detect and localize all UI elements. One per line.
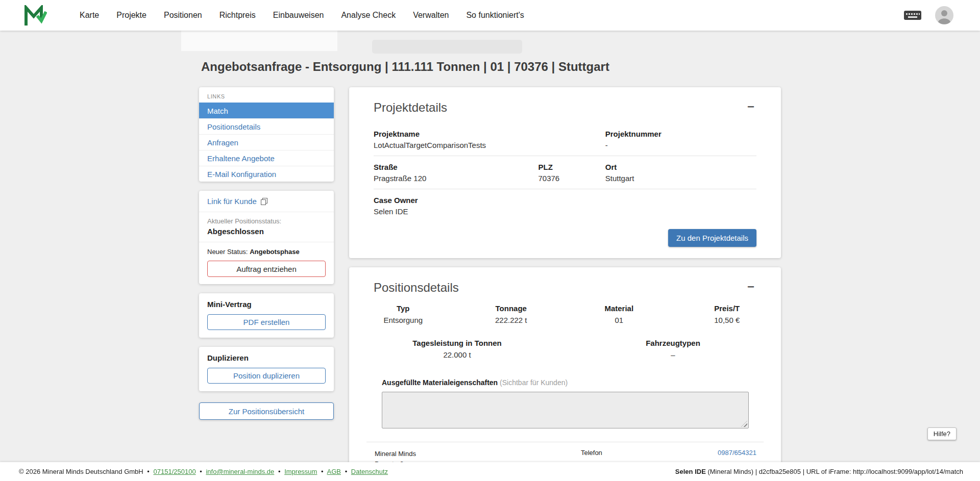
metric-label: Fahrzeugtypen [565, 339, 781, 347]
field-label: Straße [374, 163, 538, 171]
nav-item-richtpreis[interactable]: Richtpreis [219, 11, 256, 20]
collapse-icon[interactable]: − [745, 281, 756, 293]
sidebar-item-match[interactable]: Match [199, 103, 334, 118]
sidebar-links-card: LINKS Match Positionsdetails Anfragen Er… [199, 87, 334, 182]
phone-link[interactable]: 0987/654321 [718, 449, 756, 457]
sidebar-item-erhaltene-angebote[interactable]: Erhaltene Angebote [199, 150, 334, 166]
material-properties-textarea[interactable] [382, 392, 749, 428]
footer-copyright: © 2026 Mineral Minds Deutschland GmbH [19, 468, 143, 475]
footer-imprint-link[interactable]: Impressum [284, 468, 317, 475]
collapse-icon[interactable]: − [745, 100, 756, 113]
field-value: Pragstraße 120 [374, 174, 538, 183]
metric-value: 10,50 € [673, 316, 781, 324]
field-label: Projektname [374, 130, 605, 138]
position-details-title: Positionsdetails [374, 281, 459, 295]
mini-contract-card: Mini-Vertrag PDF erstellen [199, 293, 334, 338]
main-nav: Karte Projekte Positionen Richtpreis Ein… [80, 11, 903, 20]
metric-label: Preis/T [673, 304, 781, 313]
duplicate-title: Duplizieren [199, 347, 334, 364]
top-navbar: Karte Projekte Positionen Richtpreis Ein… [0, 0, 980, 31]
position-overview-button[interactable]: Zur Positionsübersicht [199, 402, 334, 420]
field-value: Selen IDE [374, 207, 605, 216]
duplicate-position-button[interactable]: Position duplizieren [207, 368, 326, 384]
withdraw-order-button[interactable]: Auftrag entziehen [207, 261, 326, 277]
material-properties-textarea-wrap [382, 392, 749, 428]
metric-value: 22.000 t [349, 350, 565, 359]
field-projektnummer: Projektnummer - [605, 130, 756, 149]
footer-separator: • [200, 468, 202, 475]
metric-label: Tagesleistung in Tonnen [349, 339, 565, 347]
navbar-right [903, 6, 953, 24]
duplicate-card: Duplizieren Position duplizieren [199, 347, 334, 391]
footer-user: Selen IDE [675, 468, 706, 475]
phone-label: Telefon [581, 449, 602, 457]
new-status-caption: Neuer Status: [207, 248, 248, 256]
sidebar: LINKS Match Positionsdetails Anfragen Er… [199, 87, 334, 420]
go-to-project-details-button[interactable]: Zu den Projektdetails [668, 229, 756, 247]
field-strasse: Straße Pragstraße 120 [374, 163, 538, 183]
field-case-owner: Case Owner Selen IDE [374, 196, 605, 216]
customer-link[interactable]: Link für Kunde [207, 197, 257, 206]
metric-typ: Typ Entsorgung [349, 304, 457, 324]
material-properties-hint: (Sichtbar für Kunden) [500, 378, 568, 387]
footer-agb-link[interactable]: AGB [327, 468, 341, 475]
new-status-value: Angebotsphase [250, 248, 300, 256]
material-properties-label-row: Ausgefüllte Materialeigenschaften (Sicht… [374, 378, 756, 387]
metric-material: Material 01 [565, 304, 673, 324]
metric-tonnage: Tonnage 222.222 t [457, 304, 566, 324]
metric-value: Entsorgung [349, 316, 457, 324]
create-pdf-button[interactable]: PDF erstellen [207, 314, 326, 330]
footer-separator: • [278, 468, 281, 475]
metric-label: Material [565, 304, 673, 313]
copy-icon[interactable] [260, 197, 268, 205]
nav-item-karte[interactable]: Karte [80, 11, 99, 20]
nav-item-positionen[interactable]: Positionen [164, 11, 202, 20]
field-label: Projektnummer [605, 130, 756, 138]
nav-item-verwalten[interactable]: Verwalten [413, 11, 449, 20]
project-details-title: Projektdetails [374, 100, 447, 115]
footer: © 2026 Mineral Minds Deutschland GmbH • … [0, 462, 980, 481]
metric-preis: Preis/T 10,50 € [673, 304, 781, 324]
keyboard-icon[interactable] [903, 9, 922, 21]
field-label: Case Owner [374, 196, 605, 205]
footer-left: © 2026 Mineral Minds Deutschland GmbH • … [19, 468, 388, 475]
current-status-value: Abgeschlossen [207, 227, 326, 236]
footer-email-link[interactable]: info@mineral-minds.de [206, 468, 274, 475]
field-ort: Ort Stuttgart [605, 163, 756, 183]
position-details-card: Positionsdetails − Typ Entsorgung Tonnag… [349, 267, 781, 481]
field-projektname: Projektname LotActualTargetComparisonTes… [374, 130, 605, 149]
sidebar-item-anfragen[interactable]: Anfragen [199, 134, 334, 150]
nav-item-analyse-check[interactable]: Analyse Check [341, 11, 396, 20]
brand-logo-icon[interactable] [24, 5, 47, 26]
nav-item-so-funktionierts[interactable]: So funktioniert's [466, 11, 524, 20]
field-label: Ort [605, 163, 756, 171]
metric-fahrzeugtypen: Fahrzeugtypen – [565, 339, 781, 359]
new-status-line: Neuer Status: Angebotsphase [199, 242, 334, 256]
metric-value: 222.222 t [457, 316, 566, 324]
nav-item-projekte[interactable]: Projekte [116, 11, 146, 20]
footer-session-info: (Mineral Minds) | d2cfba25e805 | URL of … [707, 468, 963, 475]
footer-separator: • [345, 468, 348, 475]
metric-value: 01 [565, 316, 673, 324]
metric-label: Tonnage [457, 304, 566, 313]
user-avatar[interactable] [935, 6, 953, 24]
page-title: Angebotsanfrage - Entsorgung | 111.111 T… [199, 31, 781, 74]
nav-item-einbauweisen[interactable]: Einbauweisen [273, 11, 324, 20]
current-status-block: Aktueller Positionsstatus: Abgeschlossen [199, 212, 334, 242]
metric-value: – [565, 350, 781, 359]
help-button[interactable]: Hilfe? [927, 427, 957, 440]
material-properties-label: Ausgefüllte Materialeigenschaften [382, 378, 498, 387]
sidebar-item-positionsdetails[interactable]: Positionsdetails [199, 118, 334, 134]
footer-phone-link[interactable]: 07151/250100 [154, 468, 196, 475]
footer-separator: • [321, 468, 324, 475]
page-container: Angebotsanfrage - Entsorgung | 111.111 T… [199, 31, 781, 481]
footer-separator: • [147, 468, 150, 475]
field-value: 70376 [538, 174, 605, 183]
footer-privacy-link[interactable]: Datenschutz [351, 468, 388, 475]
metric-tagesleistung: Tagesleistung in Tonnen 22.000 t [349, 339, 565, 359]
project-details-card: Projektdetails − Projektname LotActualTa… [349, 87, 781, 258]
footer-right: Selen IDE (Mineral Minds) | d2cfba25e805… [675, 468, 963, 475]
field-value: Stuttgart [605, 174, 756, 183]
sidebar-item-email-konfiguration[interactable]: E-Mail Konfiguration [199, 166, 334, 182]
customer-link-row[interactable]: Link für Kunde [199, 191, 334, 212]
